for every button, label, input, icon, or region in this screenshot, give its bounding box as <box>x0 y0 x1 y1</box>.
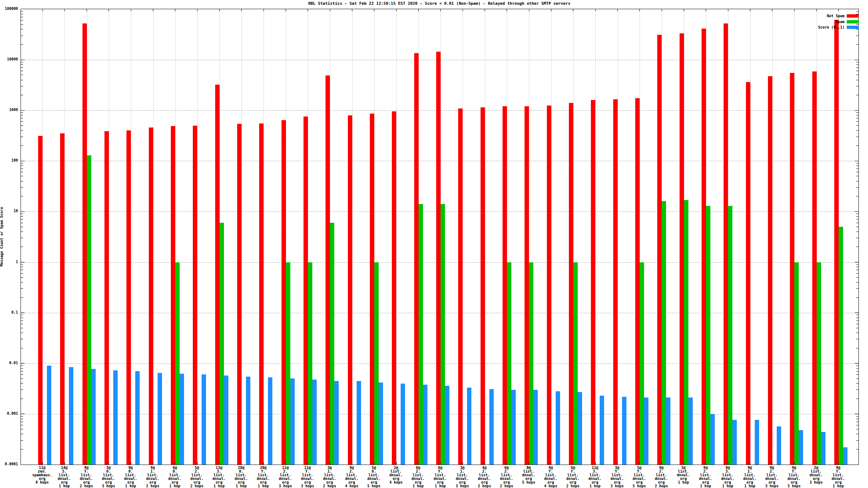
bar-not-spam <box>746 82 750 465</box>
bar-spam <box>175 262 180 465</box>
bar-score <box>666 398 670 465</box>
bar-score <box>467 388 471 465</box>
legend-label-score: Score (0..1) <box>818 25 845 29</box>
y-minor-tick <box>21 324 23 324</box>
x-tick <box>440 9 441 11</box>
y-minor-tick <box>856 422 858 422</box>
x-tick <box>595 462 596 465</box>
x-category-label: 3@ 1. list. dnswl. org 2 hops <box>318 466 341 488</box>
y-minor-tick <box>21 125 23 126</box>
x-tick <box>662 9 662 11</box>
bar-score <box>135 371 140 465</box>
y-major-tick <box>21 60 25 60</box>
bar-not-spam <box>569 103 573 465</box>
x-tick <box>418 9 419 11</box>
y-minor-tick <box>21 112 23 113</box>
y-major-tick <box>855 363 858 363</box>
x-category-label: 14@ 3. list. dnswl. org 1 hop <box>53 466 76 488</box>
y-minor-tick <box>21 371 23 371</box>
y-minor-tick <box>856 449 858 450</box>
y-major-tick <box>855 211 858 212</box>
x-tick <box>529 462 529 465</box>
bar-not-spam <box>724 23 728 465</box>
y-minor-tick <box>856 429 858 429</box>
y-minor-tick <box>21 95 23 95</box>
x-tick <box>684 9 684 11</box>
bar-not-spam <box>525 106 529 465</box>
x-category-label: 9@ 2. list. dnswl. org 1 hop <box>694 466 717 488</box>
y-major-tick <box>855 60 858 60</box>
y-minor-tick <box>856 112 858 113</box>
x-tick <box>507 9 507 11</box>
x-category-label: 9@ 1. list. dnswl. org 1 hop <box>739 466 761 488</box>
bar-spam <box>529 262 533 465</box>
bar-score <box>113 370 118 465</box>
x-tick <box>43 462 43 465</box>
bar-not-spam <box>414 53 419 465</box>
y-minor-tick <box>21 449 23 450</box>
x-tick <box>197 462 198 465</box>
bar-spam <box>728 206 732 465</box>
y-minor-tick <box>856 216 858 217</box>
y-minor-tick <box>856 67 858 68</box>
y-minor-tick <box>21 137 23 137</box>
y-minor-tick <box>21 247 23 247</box>
x-tick <box>264 462 264 465</box>
y-minor-tick <box>856 169 858 169</box>
y-minor-tick <box>856 321 858 321</box>
x-tick <box>485 9 485 11</box>
y-minor-tick <box>21 227 23 227</box>
x-tick <box>507 462 507 465</box>
y-minor-tick <box>856 166 858 166</box>
y-minor-tick <box>856 130 858 131</box>
y-minor-tick <box>21 318 23 318</box>
bar-score <box>688 398 693 465</box>
grid-vline <box>618 9 618 465</box>
x-category-label: 11@ zen. spamhaus. org 8 hops <box>31 466 54 484</box>
x-tick <box>175 9 175 11</box>
y-minor-tick <box>856 223 858 223</box>
y-minor-tick <box>856 44 858 45</box>
y-major-tick <box>21 161 25 161</box>
bar-spam <box>308 262 312 465</box>
x-tick <box>219 462 220 465</box>
x-tick <box>153 462 153 465</box>
bar-not-spam <box>104 131 109 465</box>
y-minor-tick <box>21 425 23 425</box>
legend-swatch-score-icon <box>847 26 859 29</box>
y-major-tick <box>855 262 858 262</box>
y-minor-tick <box>21 176 23 176</box>
x-tick <box>750 462 750 465</box>
y-tick-label: 1000 <box>0 108 18 112</box>
x-tick <box>595 9 596 11</box>
y-major-tick <box>21 363 25 363</box>
x-category-label: 11@ 2. list. dnswl. org 3 hops <box>274 466 297 488</box>
y-minor-tick <box>856 383 858 384</box>
x-category-label: 5@ 2. list. dnswl. org 2 hops <box>185 466 208 488</box>
bar-score <box>489 389 494 465</box>
y-minor-tick <box>21 321 23 321</box>
bar-score <box>556 391 560 465</box>
y-minor-tick <box>856 264 858 265</box>
x-tick <box>197 9 198 11</box>
x-tick <box>330 9 330 11</box>
y-minor-tick <box>856 333 858 333</box>
legend-label-not-spam: Not Spam <box>827 14 845 18</box>
x-category-label: 9@ Y. list. dnswl. org 3 hops <box>783 466 805 488</box>
grid-vline <box>352 9 353 465</box>
y-minor-tick <box>21 288 23 289</box>
grid-vline <box>197 9 198 465</box>
y-minor-tick <box>21 169 23 169</box>
x-category-label: 6@ Y. list. dnswl. org 2 hops <box>562 466 584 488</box>
y-minor-tick <box>21 223 23 223</box>
x-category-label: 4@ 2. list. dnswl. org 2 hops <box>473 466 496 488</box>
y-minor-tick <box>21 419 23 419</box>
y-minor-tick <box>21 86 23 86</box>
y-minor-tick <box>21 214 23 214</box>
x-category-label: 13@ 3. list. dnswl. org 1 hop <box>208 466 231 488</box>
x-category-label: 9@ 1. list. dnswl. org 2 hops <box>141 466 164 488</box>
y-minor-tick <box>21 339 23 339</box>
y-minor-tick <box>21 315 23 315</box>
bar-not-spam <box>215 85 220 465</box>
grid-vline <box>595 9 596 465</box>
